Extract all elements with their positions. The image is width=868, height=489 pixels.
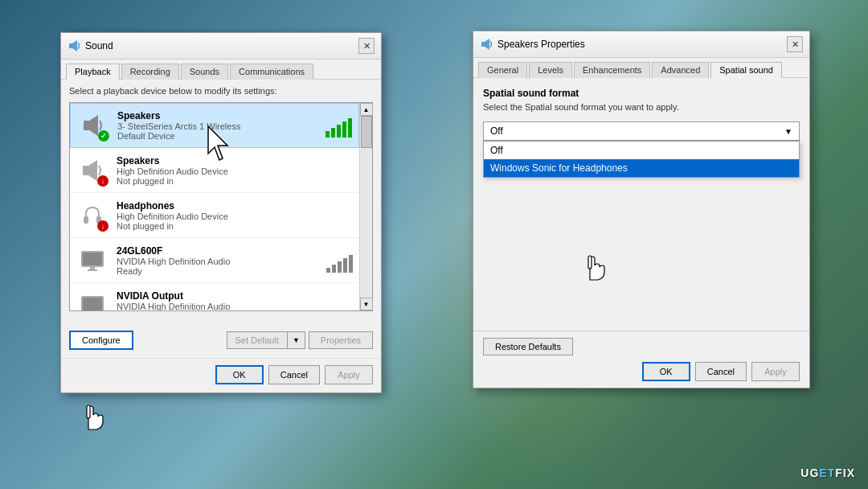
status-badge-green-1: ✓ (98, 130, 109, 142)
status-badge-red-2: ↓ (97, 175, 108, 187)
sound-apply-button[interactable]: Apply (325, 365, 373, 384)
device-name-4: 24GL600F (117, 245, 318, 257)
sound-dialog-icon (68, 39, 80, 52)
vol-bar (338, 261, 342, 273)
sound-tabs-bar: Playback Recording Sounds Communications (61, 60, 381, 80)
device-icon-monitor-1 (76, 244, 108, 277)
sound-dialog-close[interactable]: ✕ (358, 38, 375, 54)
svg-rect-11 (88, 269, 97, 271)
speakers-dialog-icon (480, 38, 493, 51)
sound-btn-right: Set Default ▼ Properties (227, 331, 373, 349)
device-item-4[interactable]: 24GL600F NVIDIA High Definition Audio Re… (70, 238, 359, 283)
sound-dialog-title: Sound (85, 40, 113, 51)
dropdown-option-sonic[interactable]: Windows Sonic for Headphones (484, 159, 799, 177)
dropdown-list: Off Windows Sonic for Headphones (483, 141, 800, 178)
device-info-2: Speakers High Definition Audio Device No… (117, 155, 353, 186)
device-info-3: Headphones High Definition Audio Device … (117, 200, 353, 231)
watermark: UGETFIX (800, 466, 855, 479)
vol-bar (343, 258, 347, 273)
tab-advanced[interactable]: Advanced (652, 62, 709, 78)
sound-ok-button[interactable]: OK (215, 365, 264, 384)
device-status-4: Ready (117, 266, 318, 276)
restore-defaults-button[interactable]: Restore Defaults (483, 338, 573, 355)
speakers-ok-cancel-row: OK Cancel Apply (483, 362, 800, 381)
scroll-down-btn[interactable]: ▼ (360, 298, 373, 310)
sound-cancel-button[interactable]: Cancel (268, 365, 320, 384)
dropdown-arrow-icon: ▼ (784, 127, 792, 136)
volume-bars-1 (326, 113, 352, 138)
device-status-2: Not plugged in (117, 176, 353, 186)
speakers-ok-button[interactable]: OK (642, 362, 690, 381)
speakers-spacer (473, 154, 809, 331)
volume-bars-4 (326, 249, 353, 273)
speakers-restore-row: Restore Defaults (483, 338, 800, 355)
svg-marker-5 (88, 160, 97, 181)
svg-rect-17 (481, 42, 485, 47)
svg-marker-3 (89, 115, 98, 136)
device-icon-speakers-1: ✓ (77, 109, 109, 142)
status-badge-red-3: ↓ (97, 220, 108, 232)
device-status-1: Default Device (117, 131, 317, 141)
speakers-dialog-body: Spatial sound format Select the Spatial … (473, 78, 809, 154)
device-info-1: Speakers 3- SteelSeries Arctis 1 Wireles… (117, 110, 317, 141)
sound-dialog: Sound ✕ Playback Recording Sounds Commun… (60, 32, 382, 393)
tab-recording[interactable]: Recording (121, 64, 179, 80)
svg-rect-13 (83, 298, 102, 310)
device-status-3: Not plugged in (117, 221, 353, 231)
sound-btn-left: Configure (69, 331, 133, 350)
vol-bar (337, 125, 341, 138)
sound-ok-cancel-row: OK Cancel Apply (61, 358, 381, 392)
speakers-apply-button[interactable]: Apply (751, 362, 800, 381)
device-list: ✓ Speakers 3- SteelSeries Arctis 1 Wirel… (70, 103, 359, 310)
device-sub-2: High Definition Audio Device (117, 166, 353, 176)
device-sub-3: High Definition Audio Device (117, 212, 353, 221)
tab-enhancements[interactable]: Enhancements (574, 62, 650, 78)
set-default-wrap: Set Default ▼ (227, 331, 305, 349)
device-icon-speakers-2: ↓ (76, 154, 108, 187)
set-default-arrow-btn[interactable]: ▼ (287, 331, 305, 349)
svg-rect-10 (90, 267, 95, 269)
scroll-thumb[interactable] (361, 116, 372, 148)
tab-sounds[interactable]: Sounds (181, 64, 228, 80)
tab-levels[interactable]: Levels (529, 62, 572, 78)
speakers-cancel-button[interactable]: Cancel (695, 362, 747, 381)
tab-communications[interactable]: Communications (230, 64, 313, 80)
device-item-3[interactable]: ↓ Headphones High Definition Audio Devic… (70, 193, 359, 238)
tab-general[interactable]: General (478, 62, 527, 78)
speakers-tabs-bar: General Levels Enhancements Advanced Spa… (473, 58, 809, 78)
device-item-1[interactable]: ✓ Speakers 3- SteelSeries Arctis 1 Wirel… (70, 103, 359, 148)
svg-rect-4 (83, 166, 88, 175)
properties-button[interactable]: Properties (309, 331, 373, 349)
svg-rect-2 (84, 121, 89, 130)
dropdown-option-off[interactable]: Off (484, 142, 799, 159)
set-default-button[interactable]: Set Default (227, 331, 287, 349)
device-name-2: Speakers (117, 155, 353, 166)
device-list-wrap: ✓ Speakers 3- SteelSeries Arctis 1 Wirel… (69, 102, 373, 311)
speakers-dialog-titlebar: Speakers Properties ✕ (473, 31, 809, 58)
sound-dialog-buttons: Configure Set Default ▼ Properties (61, 326, 381, 358)
svg-rect-9 (83, 253, 102, 265)
sound-dialog-body: Select a playback device below to modify… (61, 80, 381, 326)
configure-button[interactable]: Configure (69, 331, 133, 350)
scroll-up-btn[interactable]: ▲ (360, 103, 373, 116)
device-list-scrollbar[interactable]: ▲ ▼ (359, 103, 372, 310)
device-sub-5: NVIDIA High Definition Audio (117, 302, 353, 311)
speakers-dialog-close[interactable]: ✕ (787, 36, 803, 52)
device-name-1: Speakers (117, 110, 317, 121)
device-sub-1: 3- SteelSeries Arctis 1 Wireless (117, 121, 317, 131)
device-icon-headphones: ↓ (76, 199, 108, 232)
tab-playback[interactable]: Playback (66, 64, 120, 80)
device-item-2[interactable]: ↓ Speakers High Definition Audio Device … (70, 148, 359, 193)
svg-rect-6 (84, 216, 88, 224)
svg-marker-18 (485, 39, 489, 50)
device-info-5: NVIDIA Output NVIDIA High Definition Aud… (117, 290, 353, 311)
speakers-titlebar-left: Speakers Properties (480, 38, 585, 51)
speakers-bottom-area: Restore Defaults OK Cancel Apply (473, 331, 809, 388)
speakers-dialog-title: Speakers Properties (497, 39, 585, 50)
titlebar-left: Sound (68, 39, 113, 52)
tab-spatial-sound[interactable]: Spatial sound (710, 62, 782, 78)
vol-bar (331, 128, 335, 138)
dropdown-value: Off (490, 125, 503, 137)
device-item-5[interactable]: ↓ NVIDIA Output NVIDIA High Definition A… (70, 283, 359, 310)
spatial-sound-dropdown[interactable]: Off ▼ (483, 121, 800, 141)
